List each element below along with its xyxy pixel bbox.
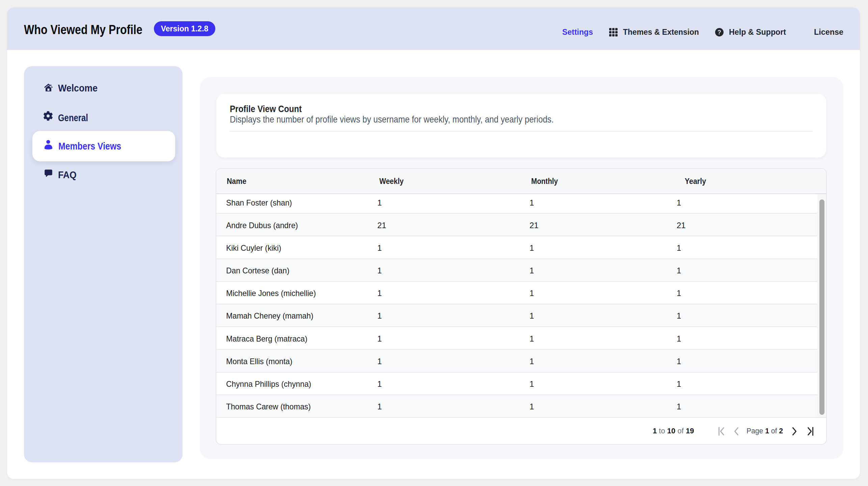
svg-text:?: ? bbox=[717, 29, 721, 35]
